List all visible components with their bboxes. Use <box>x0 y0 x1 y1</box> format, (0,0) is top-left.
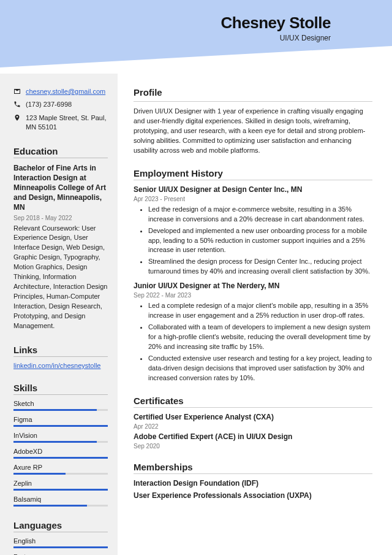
skill-name: Figma <box>13 416 108 423</box>
links-heading: Links <box>13 345 108 355</box>
skill-name: Axure RP <box>13 464 108 471</box>
rule <box>13 356 108 357</box>
skill-item: Zeplin <box>13 480 108 491</box>
skill-item: Sketch <box>13 400 108 411</box>
resume-page: Chesney Stolle UI/UX Designer chesney.st… <box>0 0 392 555</box>
skill-item: Axure RP <box>13 464 108 475</box>
skill-bar-track <box>13 505 108 507</box>
job-bullet: Led the redesign of a major e-commerce w… <box>148 205 372 224</box>
membership-item: Interaction Design Foundation (IDF) <box>134 479 372 488</box>
jobs-list: Senior UI/UX Designer at Design Center I… <box>134 185 372 383</box>
job-bullet: Led a complete redesign of a major clien… <box>148 301 372 321</box>
skill-bar-track <box>13 473 108 475</box>
job-bullet: Collaborated with a team of developers t… <box>148 323 372 352</box>
header-text: Chesney Stolle UI/UX Designer <box>221 13 331 42</box>
languages-list: EnglishPortuguese <box>13 537 108 555</box>
columns: chesney.stolle@gmail.com (173) 237-6998 … <box>0 0 392 555</box>
skills-list: SketchFigmaInVisionAdobeXDAxure RPZeplin… <box>13 400 108 507</box>
skill-bar-fill <box>13 425 108 427</box>
skill-name: AdobeXD <box>13 448 108 455</box>
skill-item: Balsamiq <box>13 496 108 507</box>
skill-item: AdobeXD <box>13 448 108 459</box>
job-dates: Apr 2023 - Present <box>134 196 372 202</box>
job-entry: Senior UI/UX Designer at Design Center I… <box>134 185 372 277</box>
location-icon <box>13 113 21 124</box>
profile-text: Driven UI/UX Designer with 1 year of exp… <box>134 107 372 156</box>
skill-name: InVision <box>13 432 108 439</box>
person-name: Chesney Stolle <box>221 13 331 33</box>
certificates-list: Certified User Experience Analyst (CXA)A… <box>134 413 372 450</box>
education-details: Relevant Coursework: User Experience Des… <box>13 224 108 331</box>
skill-bar-track <box>13 546 108 548</box>
certificate-name: Certified User Experience Analyst (CXA) <box>134 413 372 421</box>
contact-email-row: chesney.stolle@gmail.com <box>13 87 108 98</box>
certificate-date: Apr 2022 <box>134 423 372 430</box>
membership-item: User Experience Professionals Associatio… <box>134 491 372 500</box>
skill-bar-fill <box>13 473 66 475</box>
memberships-list: Interaction Design Foundation (IDF)User … <box>134 479 372 500</box>
certificate-date: Sep 2020 <box>134 443 372 450</box>
job-title: Senior UI/UX Designer at Design Center I… <box>134 185 372 194</box>
skill-bar-fill <box>13 441 97 443</box>
job-dates: Sep 2022 - Mar 2023 <box>134 292 372 299</box>
skill-bar-fill <box>13 409 97 411</box>
memberships-heading: Memberships <box>134 462 372 472</box>
skill-bar-track <box>13 489 108 491</box>
education-heading: Education <box>13 146 108 156</box>
rule <box>13 394 108 395</box>
job-entry: Junior UI/UX Designer at The Nerdery, MN… <box>134 281 372 383</box>
email-icon <box>13 87 21 98</box>
email-link[interactable]: chesney.stolle@gmail.com <box>26 87 105 96</box>
certificate-entry: Adobe Certified Expert (ACE) in UI/UX De… <box>134 432 372 450</box>
skill-bar-track <box>13 457 108 459</box>
skill-bar-fill <box>13 546 108 548</box>
certificate-name: Adobe Certified Expert (ACE) in UI/UX De… <box>134 432 372 441</box>
job-bullet: Developed and implemented a new user onb… <box>148 226 372 256</box>
header-diagonal-bg <box>0 0 392 74</box>
address-text: 123 Maple Street, St. Paul, MN 55101 <box>26 113 108 132</box>
skill-bar-track <box>13 425 108 427</box>
education-degree: Bachelor of Fine Arts in Interaction Des… <box>13 163 108 213</box>
skill-name: Sketch <box>13 400 108 407</box>
person-title: UI/UX Designer <box>221 34 331 42</box>
skill-item: English <box>13 537 108 548</box>
skill-bar-track <box>13 409 108 411</box>
svg-marker-0 <box>0 0 392 67</box>
skill-bar-fill <box>13 505 87 507</box>
job-bullet: Streamlined the design process for Desig… <box>148 257 372 277</box>
phone-icon <box>13 100 21 110</box>
profile-heading: Profile <box>134 87 372 98</box>
skill-name: English <box>13 537 108 545</box>
skills-heading: Skills <box>13 383 108 393</box>
rule <box>134 473 372 474</box>
rule <box>134 101 372 102</box>
phone-text: (173) 237-6998 <box>26 100 72 109</box>
education-dates: Sep 2018 - May 2022 <box>13 215 108 221</box>
job-title: Junior UI/UX Designer at The Nerdery, MN <box>134 281 372 290</box>
skill-item: InVision <box>13 432 108 443</box>
rule <box>13 158 108 158</box>
skill-name: Balsamiq <box>13 496 108 503</box>
job-bullets: Led the redesign of a major e-commerce w… <box>134 205 372 277</box>
rule <box>13 532 108 532</box>
skill-bar-track <box>13 441 108 443</box>
header-band: Chesney Stolle UI/UX Designer <box>0 0 392 74</box>
languages-heading: Languages <box>13 520 108 530</box>
skill-name: Zeplin <box>13 480 108 487</box>
job-bullet: Conducted extensive user research and te… <box>148 354 372 383</box>
rule <box>134 180 372 180</box>
rule <box>134 407 372 408</box>
skill-item: Figma <box>13 416 108 427</box>
employment-heading: Employment History <box>134 168 372 178</box>
certificate-entry: Certified User Experience Analyst (CXA)A… <box>134 413 372 430</box>
sidebar: chesney.stolle@gmail.com (173) 237-6998 … <box>0 74 118 555</box>
contact-phone-row: (173) 237-6998 <box>13 100 108 110</box>
main-column: Profile Driven UI/UX Designer with 1 yea… <box>118 74 392 555</box>
linkedin-link[interactable]: linkedin.com/in/chesneystolle <box>13 362 100 369</box>
contact-address-row: 123 Maple Street, St. Paul, MN 55101 <box>13 113 108 132</box>
certificates-heading: Certificates <box>134 396 372 406</box>
skill-bar-fill <box>13 457 108 459</box>
skill-bar-fill <box>13 489 108 491</box>
job-bullets: Led a complete redesign of a major clien… <box>134 301 372 383</box>
